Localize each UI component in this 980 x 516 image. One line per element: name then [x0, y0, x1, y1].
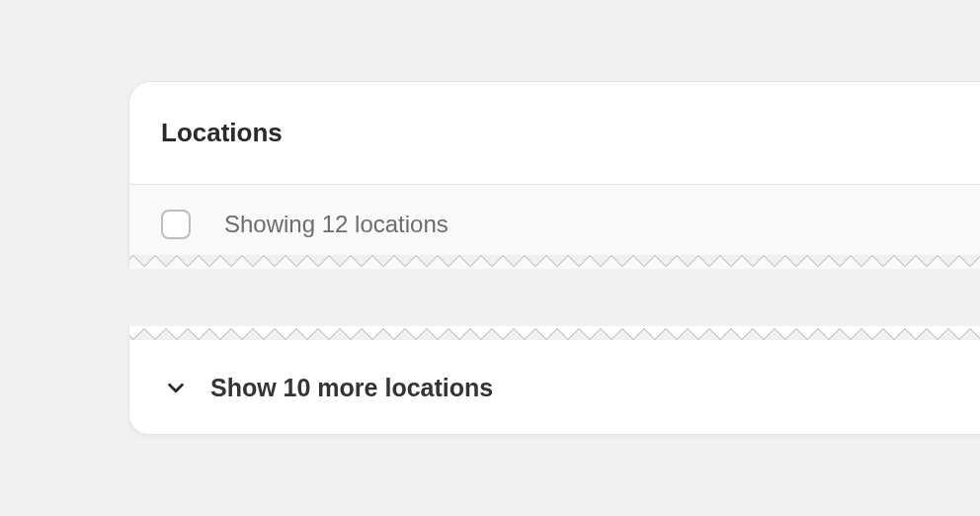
- locations-card-bottom: Show 10 more locations: [128, 326, 980, 435]
- truncation-indicator-bottom: [129, 326, 980, 340]
- show-more-locations-button[interactable]: Show 10 more locations: [129, 341, 980, 434]
- select-all-checkbox[interactable]: [161, 210, 191, 239]
- locations-title: Locations: [161, 118, 283, 148]
- showing-count-label: Showing 12 locations: [224, 211, 449, 238]
- truncation-indicator-top: [129, 255, 980, 269]
- chevron-down-icon: [165, 377, 187, 398]
- locations-card-top: Locations Showing 12 locations: [128, 81, 980, 266]
- locations-card-header: Locations: [129, 82, 980, 185]
- show-more-label: Show 10 more locations: [210, 374, 493, 402]
- locations-summary-row: Showing 12 locations: [129, 185, 980, 264]
